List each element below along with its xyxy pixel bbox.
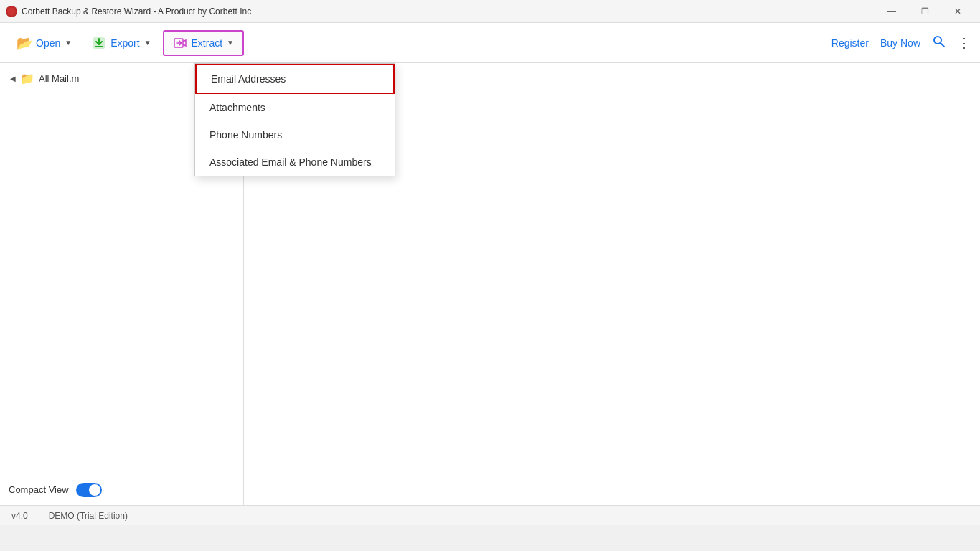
open-label: Open	[36, 37, 60, 49]
more-options-button[interactable]: ⋮	[958, 35, 971, 51]
extract-chevron: ▼	[227, 39, 234, 47]
toolbar: 📂 Open ▼ Export ▼ Extract ▼ Register	[0, 23, 980, 63]
main-area: ◀ 📁 All Mail.m Compact View	[0, 63, 980, 505]
dropdown-item-3[interactable]: Associated Email & Phone Numbers	[195, 149, 395, 176]
export-button[interactable]: Export ▼	[83, 32, 159, 55]
title-bar-text: Corbett Backup & Restore Wizard - A Prod…	[22, 6, 875, 17]
open-icon: 📂	[17, 36, 32, 50]
edition-status: DEMO (Trial Edition)	[43, 506, 133, 525]
svg-line-4	[941, 43, 944, 47]
extract-button[interactable]: Extract ▼	[163, 30, 244, 56]
sidebar-bottom: Compact View	[0, 474, 243, 505]
minimize-button[interactable]: —	[875, 0, 908, 23]
title-bar: Corbett Backup & Restore Wizard - A Prod…	[0, 0, 980, 23]
app-icon	[6, 6, 17, 17]
export-label: Export	[110, 37, 139, 49]
register-button[interactable]: Register	[831, 37, 869, 49]
title-bar-controls: — ❐ ✕	[875, 0, 974, 23]
dropdown-item-2[interactable]: Phone Numbers	[195, 121, 395, 149]
open-button[interactable]: 📂 Open ▼	[9, 32, 80, 55]
maximize-button[interactable]: ❐	[908, 0, 941, 23]
dropdown-item-1[interactable]: Attachments	[195, 94, 395, 121]
buy-now-button[interactable]: Buy Now	[880, 37, 920, 49]
extract-icon	[173, 36, 187, 50]
extract-label: Extract	[192, 37, 223, 49]
open-chevron: ▼	[65, 39, 72, 47]
status-bar: v4.0 DEMO (Trial Edition)	[0, 505, 980, 525]
version-status: v4.0	[6, 506, 34, 525]
svg-rect-1	[95, 46, 103, 47]
search-button[interactable]	[932, 34, 946, 51]
tree-item-label: All Mail.m	[39, 73, 79, 84]
folder-icon: 📁	[20, 72, 34, 85]
dropdown-item-0[interactable]: Email Addresses	[195, 64, 395, 94]
compact-view-label: Compact View	[9, 484, 69, 495]
toolbar-right: Register Buy Now ⋮	[831, 34, 971, 51]
tree-arrow-icon: ◀	[10, 75, 16, 83]
close-button[interactable]: ✕	[941, 0, 974, 23]
compact-view-toggle[interactable]	[76, 483, 102, 497]
export-icon	[92, 36, 106, 50]
export-chevron: ▼	[144, 39, 151, 47]
extract-dropdown-menu: Email AddressesAttachmentsPhone NumbersA…	[194, 63, 395, 176]
